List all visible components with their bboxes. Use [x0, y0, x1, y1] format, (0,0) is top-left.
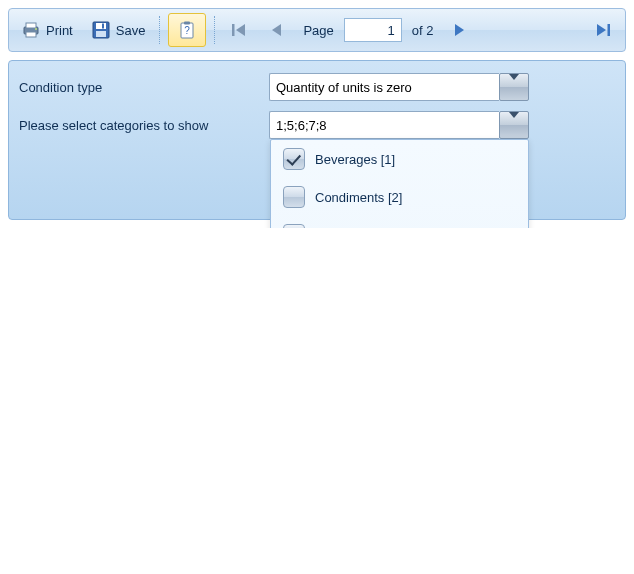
page-input[interactable] [344, 18, 402, 42]
svg-rect-5 [96, 23, 106, 29]
condition-combo [269, 73, 529, 101]
separator [214, 16, 215, 44]
categories-label: Please select categories to show [19, 118, 269, 133]
categories-row: Please select categories to show [19, 111, 615, 139]
page-label: Page [303, 23, 333, 38]
categories-dropdown: Beverages [1]Condiments [2]Confections [… [270, 139, 529, 228]
condition-dropdown-button[interactable] [499, 73, 529, 101]
prev-page-button[interactable] [261, 14, 293, 46]
category-option-label: Confections [3] [315, 228, 402, 229]
svg-point-3 [35, 28, 37, 30]
print-label: Print [46, 23, 73, 38]
save-label: Save [116, 23, 146, 38]
parameter-panel: Condition type Please select categories … [8, 60, 626, 220]
last-page-button[interactable] [587, 14, 619, 46]
svg-rect-2 [26, 32, 36, 37]
printer-icon [21, 20, 41, 40]
svg-rect-7 [102, 24, 104, 29]
svg-rect-1 [26, 23, 36, 28]
categories-input[interactable] [269, 111, 499, 139]
svg-marker-14 [455, 24, 464, 36]
condition-input[interactable] [269, 73, 499, 101]
floppy-icon [91, 20, 111, 40]
category-option-label: Beverages [1] [315, 152, 395, 167]
svg-marker-13 [272, 24, 281, 36]
svg-rect-11 [232, 24, 235, 36]
svg-marker-15 [597, 24, 606, 36]
checkbox[interactable] [283, 186, 305, 208]
category-option[interactable]: Condiments [2] [271, 178, 528, 216]
checkbox[interactable] [283, 148, 305, 170]
next-page-icon [449, 20, 469, 40]
condition-row: Condition type [19, 73, 615, 101]
parameters-button[interactable]: ? [168, 13, 206, 47]
svg-rect-16 [608, 24, 611, 36]
condition-label: Condition type [19, 80, 269, 95]
first-page-button[interactable] [223, 14, 255, 46]
prev-page-icon [267, 20, 287, 40]
categories-dropdown-button[interactable] [499, 111, 529, 139]
chevron-down-icon [509, 80, 519, 95]
clipboard-question-icon: ? [177, 20, 197, 40]
category-option[interactable]: Beverages [1] [271, 140, 528, 178]
print-button[interactable]: Print [15, 16, 79, 44]
save-button[interactable]: Save [85, 16, 152, 44]
next-page-button[interactable] [443, 14, 475, 46]
separator [159, 16, 160, 44]
svg-text:?: ? [185, 25, 191, 36]
first-page-icon [229, 20, 249, 40]
page-total: of 2 [412, 23, 434, 38]
category-option-label: Condiments [2] [315, 190, 402, 205]
svg-rect-6 [96, 31, 106, 37]
checkbox[interactable] [283, 224, 305, 228]
svg-marker-12 [236, 24, 245, 36]
category-option[interactable]: Confections [3] [271, 216, 528, 228]
toolbar: Print Save ? Page of 2 [8, 8, 626, 52]
chevron-down-icon [509, 118, 519, 133]
categories-combo [269, 111, 529, 139]
last-page-icon [593, 20, 613, 40]
